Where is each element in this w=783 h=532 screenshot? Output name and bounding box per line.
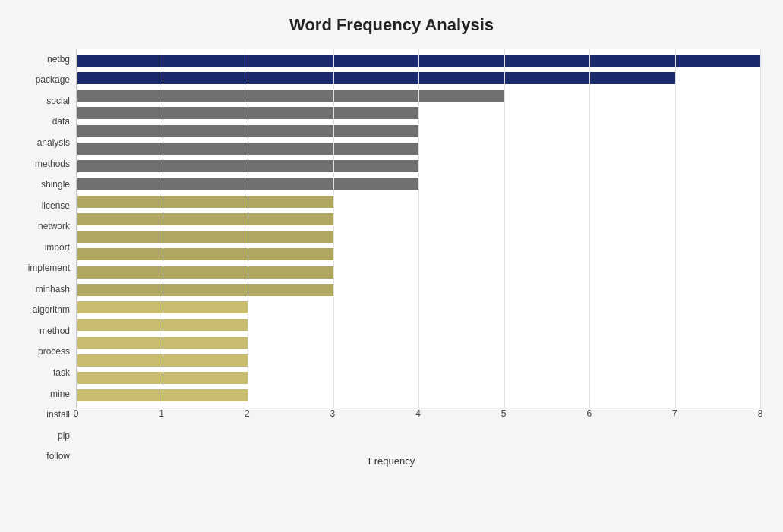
grid-line [589, 49, 590, 408]
y-label-import: import [45, 243, 70, 252]
x-axis-label: Frequency [23, 455, 760, 467]
grid-line [248, 49, 248, 408]
y-label-install: install [46, 410, 70, 419]
x-tick-6: 6 [586, 408, 592, 419]
bar-package [77, 72, 675, 84]
grid-line [418, 49, 419, 408]
bar-implement [77, 231, 333, 243]
y-axis-labels: netbgpackagesocialdataanalysismethodsshi… [8, 49, 76, 467]
y-label-mine: mine [50, 389, 70, 398]
y-label-analysis: analysis [37, 138, 70, 147]
bar-social [77, 90, 504, 102]
grid-line [77, 49, 77, 408]
grid-line [504, 49, 505, 408]
y-label-license: license [42, 201, 70, 210]
x-tick-2: 2 [245, 408, 250, 419]
y-label-package: package [36, 75, 70, 84]
x-tick-1: 1 [159, 408, 164, 419]
y-label-social: social [46, 96, 70, 105]
chart-title: Word Frequency Analysis [23, 15, 760, 35]
y-label-methods: methods [35, 159, 70, 168]
y-label-pip: pip [58, 431, 70, 440]
y-label-task: task [53, 368, 70, 377]
chart-container: Word Frequency Analysis netbgpackagesoci… [0, 0, 783, 532]
grid-line [333, 49, 334, 408]
y-label-netbg: netbg [47, 55, 70, 64]
bars-area [76, 49, 760, 408]
y-label-shingle: shingle [41, 180, 70, 189]
x-tick-4: 4 [415, 408, 421, 419]
grid-line [675, 49, 676, 408]
y-label-method: method [39, 326, 70, 335]
bar-network [77, 196, 333, 208]
x-axis-wrapper: 012345678 [76, 408, 760, 439]
y-label-algorithm: algorithm [33, 305, 70, 314]
y-label-implement: implement [28, 263, 70, 272]
x-tick-7: 7 [672, 408, 677, 419]
grid-line [163, 49, 163, 408]
y-label-minhash: minhash [36, 285, 70, 294]
bar-import [77, 213, 333, 225]
y-label-data: data [52, 117, 70, 126]
y-label-network: network [38, 222, 70, 231]
y-label-process: process [38, 347, 70, 356]
x-tick-3: 3 [330, 408, 336, 419]
bar-algorithm [77, 266, 333, 279]
x-tick-5: 5 [501, 408, 507, 419]
x-tick-8: 8 [758, 408, 763, 419]
bar-method [77, 284, 333, 296]
x-tick-0: 0 [74, 408, 79, 419]
bar-minhash [77, 248, 333, 260]
grid-line [760, 49, 761, 408]
